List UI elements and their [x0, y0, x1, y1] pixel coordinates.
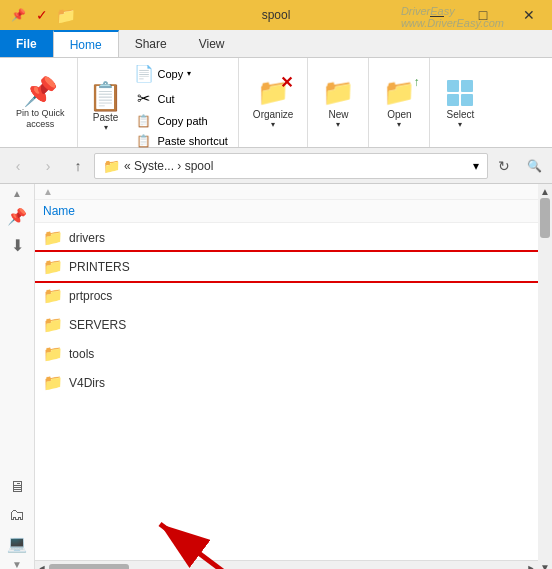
- copy-arrow: ▾: [187, 69, 191, 78]
- organize-arrow: ▾: [271, 120, 275, 129]
- refresh-button[interactable]: ↻: [490, 152, 518, 180]
- vertical-scrollbar[interactable]: ▲ ▼: [538, 184, 552, 569]
- new-arrow: ▾: [336, 120, 340, 129]
- ribbon-group-open: 📁 ↑ Open ▾: [369, 58, 430, 147]
- copy-path-icon: 📋: [134, 114, 154, 128]
- file-name-v4dirs: V4Dirs: [69, 376, 105, 390]
- file-item-prtprocs[interactable]: 📁 prtprocs: [35, 281, 538, 310]
- paste-button[interactable]: 📋 Paste ▾: [84, 76, 128, 136]
- open-label: Open: [387, 109, 411, 120]
- main-area: ▲ 📌 ⬇ 🖥 🗂 💻 ▼ ▲ Name 📁 drivers 📁 PRINTER…: [0, 184, 552, 569]
- minimize-button[interactable]: —: [414, 0, 460, 30]
- ribbon-group-items: 📌 Pin to Quickaccess: [10, 62, 71, 143]
- path-chevron-icon: ▾: [473, 159, 479, 173]
- pin-label: Pin to Quickaccess: [16, 108, 65, 130]
- file-item-tools[interactable]: 📁 tools: [35, 339, 538, 368]
- sidebar-collapse-bottom[interactable]: ▼: [12, 559, 22, 569]
- select-items: Select ▾: [438, 62, 482, 143]
- copy-path-label: Copy path: [158, 115, 208, 127]
- file-name-servers: SERVERS: [69, 318, 126, 332]
- scroll-thumb[interactable]: [540, 198, 550, 238]
- sidebar-item-4[interactable]: 🗂: [5, 502, 29, 528]
- clipboard-items: 📋 Paste ▾ 📄 Copy ▾ ✂ Cut 📋 Copy path: [84, 62, 232, 150]
- ribbon-group-clipboard: 📋 Paste ▾ 📄 Copy ▾ ✂ Cut 📋 Copy path: [78, 58, 239, 147]
- address-bar: ‹ › ↑ 📁 « Syste... › spool ▾ ↻ 🔍: [0, 148, 552, 184]
- tab-home[interactable]: Home: [53, 30, 119, 57]
- file-name-drivers: drivers: [69, 231, 105, 245]
- copy-label: Copy: [158, 68, 184, 80]
- file-name-prtprocs: prtprocs: [69, 289, 112, 303]
- shortcut-label: Paste shortcut: [158, 135, 228, 147]
- column-header-row: ▲: [35, 184, 538, 200]
- horizontal-scrollbar[interactable]: ◄ ►: [35, 560, 538, 569]
- organize-icon: 📁 ✕: [257, 77, 289, 109]
- tab-view[interactable]: View: [183, 30, 241, 57]
- folder-icon-tools: 📁: [43, 344, 63, 363]
- folder-icon-printers: 📁: [43, 257, 63, 276]
- pane-collapse-icon[interactable]: ▲: [43, 186, 53, 197]
- new-button[interactable]: 📁 New ▾: [316, 73, 360, 133]
- sidebar-item-5[interactable]: 💻: [3, 530, 31, 557]
- folder-icon-v4dirs: 📁: [43, 373, 63, 392]
- copy-button[interactable]: 📄 Copy ▾: [130, 62, 232, 85]
- tab-share[interactable]: Share: [119, 30, 183, 57]
- column-name[interactable]: Name: [43, 204, 530, 218]
- sidebar-item-1[interactable]: 📌: [3, 203, 31, 230]
- open-arrow: ▾: [397, 120, 401, 129]
- maximize-button[interactable]: □: [460, 0, 506, 30]
- folder-icon: 📁: [56, 5, 76, 25]
- cut-button[interactable]: ✂ Cut: [130, 87, 232, 110]
- paste-arrow: ▾: [104, 123, 108, 132]
- new-label: New: [328, 109, 348, 120]
- scroll-up-arrow[interactable]: ▲: [538, 184, 552, 198]
- open-arrow-icon: ↑: [413, 75, 419, 89]
- hscroll-track[interactable]: [49, 564, 524, 570]
- sidebar-collapse-top[interactable]: ▲: [12, 188, 22, 199]
- ribbon-group-organize: 📁 ✕ Organize ▾: [239, 58, 309, 147]
- title-bar-controls[interactable]: — □ ✕: [414, 0, 552, 30]
- pin-to-quick-access-button[interactable]: 📌 Pin to Quickaccess: [10, 72, 71, 134]
- title-bar-icons: 📌 ✓ 📁: [8, 5, 76, 25]
- file-item-printers[interactable]: 📁 PRINTERS: [35, 252, 538, 281]
- sidebar-item-3[interactable]: 🖥: [5, 474, 29, 500]
- undo-icon: ✓: [32, 5, 52, 25]
- organize-x-icon: ✕: [280, 73, 293, 92]
- file-item-drivers[interactable]: 📁 drivers: [35, 223, 538, 252]
- scroll-down-arrow[interactable]: ▼: [538, 560, 552, 569]
- sidebar-item-2[interactable]: ⬇: [7, 232, 28, 259]
- scroll-track[interactable]: [538, 198, 552, 560]
- copy-cut-stack: 📄 Copy ▾ ✂ Cut 📋 Copy path 📋 Paste short…: [130, 62, 232, 150]
- organize-label: Organize: [253, 109, 294, 120]
- file-item-servers[interactable]: 📁 SERVERS: [35, 310, 538, 339]
- cut-label: Cut: [158, 93, 175, 105]
- tab-file[interactable]: File: [0, 30, 53, 57]
- select-arrow: ▾: [458, 120, 462, 129]
- new-items: 📁 New ▾: [316, 62, 360, 143]
- folder-icon-servers: 📁: [43, 315, 63, 334]
- shortcut-button[interactable]: 📋 Paste shortcut: [130, 132, 232, 150]
- up-button[interactable]: ↑: [64, 152, 92, 180]
- ribbon-tabs: File Home Share View: [0, 30, 552, 58]
- paste-label: Paste: [93, 112, 119, 123]
- copy-icon: 📄: [134, 64, 154, 83]
- search-button[interactable]: 🔍: [520, 152, 548, 180]
- close-button[interactable]: ✕: [506, 0, 552, 30]
- hscroll-thumb[interactable]: [49, 564, 129, 570]
- forward-button[interactable]: ›: [34, 152, 62, 180]
- file-item-v4dirs[interactable]: 📁 V4Dirs: [35, 368, 538, 397]
- copy-path-button[interactable]: 📋 Copy path: [130, 112, 232, 130]
- file-name-printers: PRINTERS: [69, 260, 130, 274]
- back-button[interactable]: ‹: [4, 152, 32, 180]
- folder-icon-prtprocs: 📁: [43, 286, 63, 305]
- hscroll-right-arrow[interactable]: ►: [524, 561, 538, 570]
- hscroll-left-arrow[interactable]: ◄: [35, 561, 49, 570]
- folder-icon-drivers: 📁: [43, 228, 63, 247]
- file-column-header: Name: [35, 200, 538, 223]
- open-items: 📁 ↑ Open ▾: [377, 62, 421, 143]
- address-path[interactable]: 📁 « Syste... › spool ▾: [94, 153, 488, 179]
- cut-icon: ✂: [134, 89, 154, 108]
- organize-button[interactable]: 📁 ✕ Organize ▾: [247, 73, 300, 133]
- open-button[interactable]: 📁 ↑ Open ▾: [377, 73, 421, 133]
- organize-items: 📁 ✕ Organize ▾: [247, 62, 300, 143]
- select-button[interactable]: Select ▾: [438, 73, 482, 133]
